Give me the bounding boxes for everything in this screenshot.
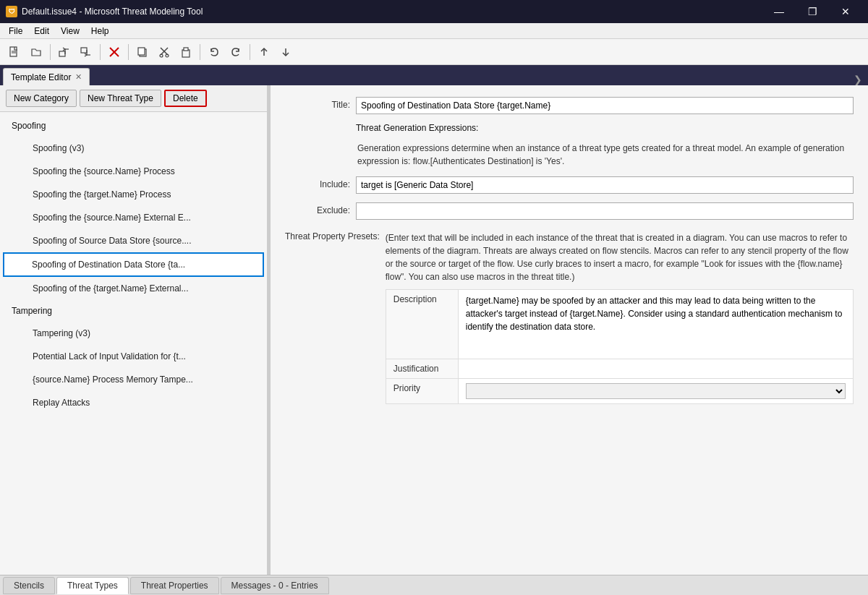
bottom-tab-bar: Stencils Threat Types Threat Properties … xyxy=(0,575,868,595)
title-input[interactable] xyxy=(356,97,854,114)
list-item-spoofing-target-external[interactable]: Spoofing of the {target.Name} External..… xyxy=(3,277,264,300)
justification-cell-value[interactable] xyxy=(458,359,853,379)
list-item-spoofing-target-process[interactable]: Spoofing the {target.Name} Process xyxy=(3,183,264,206)
delete-button[interactable] xyxy=(104,42,124,62)
restore-button[interactable]: ❐ xyxy=(796,0,829,23)
tab-threat-types-label: Threat Types xyxy=(67,581,118,591)
presets-section: Threat Property Presets: (Enter text tha… xyxy=(285,231,854,404)
list-item-process-memory[interactable]: {source.Name} Process Memory Tampe... xyxy=(3,368,264,391)
priority-cell-value[interactable]: High Medium Low xyxy=(458,379,853,404)
right-panel: Title: Threat Generation Expressions: Ge… xyxy=(271,85,868,575)
presets-table: Description {target.Name} may be spoofed… xyxy=(386,289,854,404)
undo-button[interactable] xyxy=(204,42,224,62)
toolbar-separator-5 xyxy=(250,44,250,60)
justification-label: Justification xyxy=(393,364,439,374)
priority-label: Priority xyxy=(393,383,420,393)
tab-messages-label: Messages - 0 - Entries xyxy=(231,581,318,591)
list-item-spoofing-source-external[interactable]: Spoofing the {source.Name} External E... xyxy=(3,206,264,229)
description-textarea[interactable]: {target.Name} may be spoofed by an attac… xyxy=(466,294,846,352)
tab-bar-chevron[interactable]: ❯ xyxy=(854,74,868,85)
generation-header-row: Threat Generation Expressions: xyxy=(285,123,854,139)
tree-down-button[interactable] xyxy=(76,42,96,62)
list-item-input-validation[interactable]: Potential Lack of Input Validation for {… xyxy=(3,345,264,368)
paste-button[interactable] xyxy=(176,42,196,62)
list-item-spoofing-source-process[interactable]: Spoofing the {source.Name} Process xyxy=(3,160,264,183)
move-up-button[interactable] xyxy=(254,42,274,62)
exclude-label: Exclude: xyxy=(285,202,350,215)
close-button[interactable]: ✕ xyxy=(829,0,862,23)
generation-section-header: Threat Generation Expressions: xyxy=(356,123,478,133)
move-down-button[interactable] xyxy=(276,42,296,62)
generation-desc: Generation expressions determine when an… xyxy=(285,142,854,168)
tab-stencils[interactable]: Stencils xyxy=(3,577,55,594)
menu-edit[interactable]: Edit xyxy=(28,25,55,38)
justification-input[interactable] xyxy=(466,364,846,374)
left-panel-toolbar: New Category New Threat Type Delete xyxy=(0,85,267,112)
menu-file[interactable]: File xyxy=(3,25,28,38)
toolbar-separator-2 xyxy=(100,44,101,60)
window-controls: — ❐ ✕ xyxy=(762,0,862,23)
new-category-button[interactable]: New Category xyxy=(6,90,77,107)
title-bar: 🛡 Default.issue4 - Microsoft Threat Mode… xyxy=(0,0,868,23)
app-icon: 🛡 xyxy=(6,6,17,17)
presets-content: (Enter text that will be included in eac… xyxy=(386,231,854,404)
menu-bar: File Edit View Help xyxy=(0,23,868,39)
tree-up-button[interactable] xyxy=(54,42,75,62)
redo-button[interactable] xyxy=(226,42,246,62)
toolbar-separator-1 xyxy=(50,44,51,60)
tab-messages[interactable]: Messages - 0 - Entries xyxy=(221,577,329,594)
menu-help[interactable]: Help xyxy=(85,25,115,38)
svg-point-15 xyxy=(160,54,163,57)
tab-label: Template Editor xyxy=(11,72,71,82)
include-input[interactable] xyxy=(356,176,854,194)
include-row: Include: xyxy=(285,176,854,194)
left-panel: New Category New Threat Type Delete Spoo… xyxy=(0,85,268,575)
cut-button[interactable] xyxy=(154,42,174,62)
priority-row: Priority High Medium Low xyxy=(386,379,853,404)
tab-close-button[interactable]: ✕ xyxy=(75,72,82,82)
tab-threat-properties[interactable]: Threat Properties xyxy=(130,577,219,594)
presets-desc: (Enter text that will be included in eac… xyxy=(386,231,854,283)
copy-button[interactable] xyxy=(132,42,153,62)
open-file-button[interactable] xyxy=(26,42,46,62)
list-item-tampering-v3[interactable]: Tampering (v3) xyxy=(3,322,264,345)
include-label: Include: xyxy=(285,176,350,189)
list-item-spoofing-source-datastore[interactable]: Spoofing of Source Data Store {source...… xyxy=(3,229,264,252)
description-label: Description xyxy=(393,294,437,304)
priority-select[interactable]: High Medium Low xyxy=(466,383,846,399)
category-spoofing: Spoofing xyxy=(0,115,267,137)
minimize-button[interactable]: — xyxy=(762,0,796,23)
threat-list: Spoofing Spoofing (v3) Spoofing the {sou… xyxy=(0,112,267,575)
title-label: Title: xyxy=(285,97,350,110)
exclude-input[interactable] xyxy=(356,202,854,220)
svg-rect-6 xyxy=(81,48,87,53)
category-tampering: Tampering xyxy=(0,300,267,322)
svg-rect-18 xyxy=(184,48,188,51)
priority-cell-label: Priority xyxy=(386,379,458,404)
tab-stencils-label: Stencils xyxy=(14,581,44,591)
delete-threat-button[interactable]: Delete xyxy=(164,90,207,107)
description-cell-label: Description xyxy=(386,290,458,359)
toolbar-separator-4 xyxy=(200,44,200,60)
list-item-replay-attacks[interactable]: Replay Attacks xyxy=(3,391,264,414)
generation-spacer xyxy=(285,123,350,126)
menu-view[interactable]: View xyxy=(55,25,85,38)
new-threat-type-button[interactable]: New Threat Type xyxy=(80,90,161,107)
svg-rect-3 xyxy=(59,51,65,56)
template-editor-tab[interactable]: Template Editor ✕ xyxy=(3,68,90,85)
tab-threat-types[interactable]: Threat Types xyxy=(56,577,129,594)
title-row: Title: xyxy=(285,97,854,114)
window-title: Default.issue4 - Microsoft Threat Modeli… xyxy=(22,7,203,17)
svg-rect-12 xyxy=(138,48,145,55)
list-item-spoofing-dest-datastore[interactable]: Spoofing of Destination Data Store {ta..… xyxy=(3,252,264,277)
justification-cell-label: Justification xyxy=(386,359,458,379)
list-item-spoofing-v3[interactable]: Spoofing (v3) xyxy=(3,137,264,160)
main-area: New Category New Threat Type Delete Spoo… xyxy=(0,85,868,575)
presets-label: Threat Property Presets: xyxy=(285,231,380,241)
description-cell-value[interactable]: {target.Name} may be spoofed by an attac… xyxy=(458,290,853,359)
description-row: Description {target.Name} may be spoofed… xyxy=(386,290,853,359)
toolbar xyxy=(0,39,868,65)
justification-row: Justification xyxy=(386,359,853,379)
new-file-button[interactable] xyxy=(4,42,25,62)
toolbar-separator-3 xyxy=(128,44,129,60)
